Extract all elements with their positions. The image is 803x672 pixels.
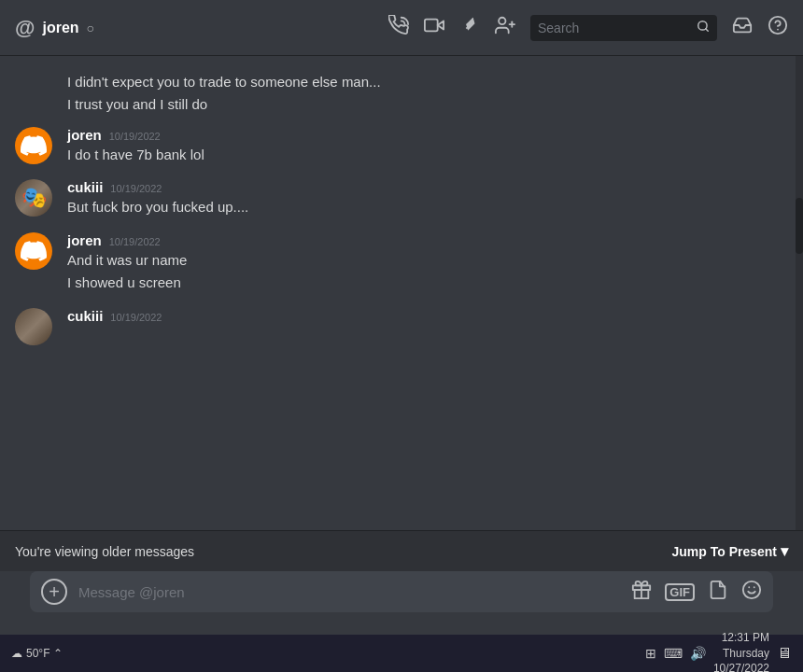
network-icon: ⊞	[645, 646, 656, 661]
jump-chevron-icon: ▾	[781, 542, 788, 560]
scrollbar[interactable]	[796, 56, 803, 530]
avatar-cukiii-2	[15, 308, 52, 345]
message-text: I do t have 7b bank lol	[67, 145, 788, 165]
message-group-cukiii-1: cukiii 10/19/2022 But fuck bro you fucke…	[0, 175, 803, 221]
volume-icon: 🔊	[690, 646, 706, 661]
message-header: cukiii 10/19/2022	[67, 308, 788, 324]
taskbar: ☁ 50°F ⌃ ⊞ ⌨ 🔊 12:31 PM Thursday 10/27/2…	[0, 635, 803, 672]
pin-icon[interactable]	[459, 15, 480, 40]
svg-rect-1	[425, 20, 438, 32]
username-cukiii: cukiii	[67, 308, 103, 324]
search-input[interactable]	[538, 21, 691, 35]
message-content-joren-2: joren 10/19/2022 And it was ur name I sh…	[67, 232, 788, 293]
message-text: I trust you and I still do	[67, 94, 788, 115]
avatar-joren-2	[15, 232, 52, 270]
sticker-icon[interactable]	[708, 580, 728, 605]
message-input[interactable]	[78, 584, 620, 600]
jump-bar: You're viewing older messages Jump To Pr…	[0, 530, 803, 571]
cloud-icon: ☁	[11, 647, 22, 660]
message-group-joren-2: joren 10/19/2022 And it was ur name I sh…	[0, 229, 803, 297]
channel-title: @ joren ○	[15, 16, 94, 40]
message-text: But fuck bro you fucked up....	[67, 197, 788, 217]
search-icon	[697, 20, 710, 35]
call-icon[interactable]	[388, 15, 409, 40]
continuation-message-2: I trust you and I still do	[0, 93, 803, 116]
message-content-cukiii-1: cukiii 10/19/2022 But fuck bro you fucke…	[67, 179, 788, 217]
inbox-icon[interactable]	[732, 15, 753, 40]
message-header: cukiii 10/19/2022	[67, 179, 788, 195]
clock-date: 10/27/2022	[713, 661, 769, 672]
taskbar-system-icons: ⊞ ⌨ 🔊	[645, 646, 706, 661]
message-content-joren-1: joren 10/19/2022 I do t have 7b bank lol	[67, 127, 788, 165]
message-header: joren 10/19/2022	[67, 127, 788, 143]
message-group-cukiii-2: cukiii 10/19/2022	[0, 304, 803, 349]
timestamp: 10/19/2022	[110, 312, 162, 323]
jump-to-present-button[interactable]: Jump To Present ▾	[671, 542, 788, 560]
messages-area: I didn't expect you to trade to someone …	[0, 56, 803, 530]
svg-point-12	[743, 581, 760, 597]
keyboard-icon: ⌨	[664, 646, 683, 661]
message-text: I didn't expect you to trade to someone …	[67, 72, 788, 92]
message-group-joren-1: joren 10/19/2022 I do t have 7b bank lol	[0, 123, 803, 169]
message-header: joren 10/19/2022	[67, 232, 788, 248]
header-actions	[388, 15, 788, 41]
timestamp: 10/19/2022	[109, 236, 161, 247]
username-joren: joren	[67, 127, 102, 143]
input-icons: GIF	[631, 580, 762, 605]
channel-name: joren	[42, 20, 78, 36]
message-input-area: + GIF	[30, 571, 773, 612]
clock-day: Thursday	[713, 646, 769, 662]
timestamp: 10/19/2022	[109, 131, 161, 142]
avatar-joren	[15, 127, 52, 164]
svg-point-3	[499, 18, 505, 24]
temperature: 50°F	[26, 647, 49, 660]
taskbar-clock: 12:31 PM Thursday 10/27/2022	[713, 630, 769, 672]
timestamp: 10/19/2022	[110, 183, 162, 194]
taskbar-up-caret: ⌃	[53, 647, 63, 660]
at-icon: @	[15, 16, 35, 40]
message-text-2: I showed u screen	[67, 273, 788, 293]
message-content-cukiii-2: cukiii 10/19/2022	[67, 308, 788, 326]
svg-marker-0	[438, 21, 444, 29]
avatar-cukiii	[15, 179, 52, 217]
video-icon[interactable]	[424, 15, 444, 40]
jump-bar-text: You're viewing older messages	[15, 544, 194, 559]
verified-icon: ○	[87, 21, 94, 35]
taskbar-weather: ☁ 50°F ⌃	[11, 647, 63, 660]
gift-icon[interactable]	[631, 580, 652, 605]
add-button[interactable]: +	[41, 579, 67, 605]
search-bar[interactable]	[530, 15, 717, 41]
continuation-message-1: I didn't expect you to trade to someone …	[0, 71, 803, 93]
username-joren: joren	[67, 232, 102, 248]
add-member-icon[interactable]	[495, 15, 515, 40]
jump-button-label: Jump To Present	[671, 544, 777, 559]
monitor-icon: 🖥	[777, 645, 792, 662]
header: @ joren ○	[0, 0, 803, 56]
gif-icon[interactable]: GIF	[665, 583, 695, 601]
scrollbar-thumb[interactable]	[796, 198, 803, 254]
clock-time: 12:31 PM	[713, 630, 769, 646]
username-cukiii: cukiii	[67, 179, 103, 195]
message-text: And it was ur name	[67, 250, 788, 271]
help-icon[interactable]	[768, 15, 788, 40]
svg-line-7	[706, 29, 709, 32]
input-container: + GIF	[0, 571, 803, 635]
emoji-icon[interactable]	[741, 580, 762, 605]
